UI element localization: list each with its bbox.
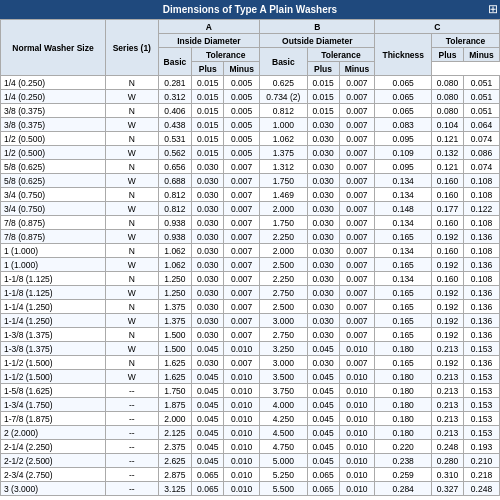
outside-basic-header: Basic <box>260 48 307 76</box>
cell-value: 0.074 <box>463 160 499 174</box>
cell-value: 0.030 <box>307 216 339 230</box>
cell-value: 0.030 <box>192 272 224 286</box>
cell-value: 0.045 <box>192 440 224 454</box>
cell-value: 0.030 <box>192 286 224 300</box>
table-row: 1/4 (0.250)N0.2810.0150.0050.6250.0150.0… <box>1 76 500 90</box>
table-row: 2-1/2 (2.500)--2.6250.0450.0105.0000.045… <box>1 454 500 468</box>
cell-value: 1.750 <box>158 384 192 398</box>
cell-value: 0.045 <box>307 440 339 454</box>
cell-value: 0.007 <box>224 160 260 174</box>
cell-value: 0.030 <box>307 244 339 258</box>
table-row: 1-3/8 (1.375)W1.5000.0450.0103.2500.0450… <box>1 342 500 356</box>
cell-value: 2.000 <box>158 412 192 426</box>
cell-washer-size: 5/8 (0.625) <box>1 160 106 174</box>
cell-value: 0.153 <box>463 342 499 356</box>
cell-value: 1.375 <box>260 146 307 160</box>
cell-value: 0.327 <box>432 482 464 496</box>
table-row: 1-3/8 (1.375)N1.5000.0300.0072.7500.0300… <box>1 328 500 342</box>
outside-minus-header: Minus <box>339 62 375 76</box>
cell-series: W <box>106 118 159 132</box>
cell-series: W <box>106 342 159 356</box>
cell-value: 0.007 <box>339 230 375 244</box>
cell-value: 3.125 <box>158 482 192 496</box>
cell-value: 0.007 <box>224 230 260 244</box>
table-row: 3/8 (0.375)N0.4060.0150.0050.8120.0150.0… <box>1 104 500 118</box>
cell-value: 0.015 <box>192 90 224 104</box>
cell-value: 0.010 <box>339 482 375 496</box>
cell-series: W <box>106 90 159 104</box>
page-title: Dimensions of Type A Plain Washers <box>0 0 500 19</box>
cell-value: 0.030 <box>307 146 339 160</box>
cell-value: 0.007 <box>339 216 375 230</box>
cell-value: 0.007 <box>224 202 260 216</box>
table-row: 1-1/4 (1.250)W1.3750.0300.0073.0000.0300… <box>1 314 500 328</box>
cell-value: 2.875 <box>158 468 192 482</box>
cell-value: 0.015 <box>192 76 224 90</box>
cell-value: 0.531 <box>158 132 192 146</box>
cell-value: 0.030 <box>307 188 339 202</box>
inside-plus-header: Plus <box>192 62 224 76</box>
cell-washer-size: 5/8 (0.625) <box>1 174 106 188</box>
cell-washer-size: 1-1/4 (1.250) <box>1 314 106 328</box>
cell-value: 0.030 <box>307 314 339 328</box>
cell-value: 1.500 <box>158 328 192 342</box>
cell-series: -- <box>106 426 159 440</box>
table-row: 1-1/8 (1.125)N1.2500.0300.0072.2500.0300… <box>1 272 500 286</box>
cell-value: 0.160 <box>432 174 464 188</box>
cell-series: N <box>106 272 159 286</box>
cell-value: 0.030 <box>192 230 224 244</box>
thickness-minus-header: Minus <box>463 48 499 62</box>
cell-value: 0.065 <box>192 468 224 482</box>
cell-value: 0.010 <box>224 468 260 482</box>
cell-value: 0.165 <box>375 356 432 370</box>
cell-value: 0.213 <box>432 384 464 398</box>
cell-value: 0.007 <box>339 258 375 272</box>
expand-icon[interactable]: ⊞ <box>488 2 498 16</box>
cell-value: 0.007 <box>339 146 375 160</box>
cell-value: 0.010 <box>224 398 260 412</box>
cell-series: N <box>106 160 159 174</box>
cell-series: N <box>106 300 159 314</box>
cell-value: 1.312 <box>260 160 307 174</box>
cell-value: 0.030 <box>307 160 339 174</box>
cell-value: 5.250 <box>260 468 307 482</box>
cell-value: 0.406 <box>158 104 192 118</box>
cell-value: 0.104 <box>432 118 464 132</box>
cell-value: 2.250 <box>260 230 307 244</box>
cell-value: 0.007 <box>339 272 375 286</box>
cell-washer-size: 2-3/4 (2.750) <box>1 468 106 482</box>
cell-washer-size: 1-3/4 (1.750) <box>1 398 106 412</box>
table-row: 1/2 (0.500)N0.5310.0150.0051.0620.0300.0… <box>1 132 500 146</box>
cell-value: 0.007 <box>224 188 260 202</box>
cell-series: W <box>106 202 159 216</box>
cell-value: 2.000 <box>260 244 307 258</box>
cell-value: 0.007 <box>339 76 375 90</box>
cell-washer-size: 3 (3.000) <box>1 482 106 496</box>
cell-series: W <box>106 174 159 188</box>
cell-value: 0.259 <box>375 468 432 482</box>
cell-value: 0.007 <box>224 314 260 328</box>
outside-diameter-header: Outside Diameter <box>260 34 375 48</box>
table-row: 1-3/4 (1.750)--1.8750.0450.0104.0000.045… <box>1 398 500 412</box>
cell-value: 0.015 <box>307 76 339 90</box>
cell-series: N <box>106 356 159 370</box>
table-row: 3/4 (0.750)N0.8120.0300.0071.4690.0300.0… <box>1 188 500 202</box>
cell-value: 2.000 <box>260 202 307 216</box>
table-row: 7/8 (0.875)W0.9380.0300.0072.2500.0300.0… <box>1 230 500 244</box>
cell-value: 0.165 <box>375 328 432 342</box>
cell-washer-size: 1-1/4 (1.250) <box>1 300 106 314</box>
cell-value: 0.065 <box>375 104 432 118</box>
cell-value: 0.080 <box>432 104 464 118</box>
cell-washer-size: 1-3/8 (1.375) <box>1 342 106 356</box>
table-row: 1-1/2 (1.500)N1.6250.0300.0073.0000.0300… <box>1 356 500 370</box>
cell-value: 0.015 <box>192 132 224 146</box>
cell-value: 0.007 <box>339 286 375 300</box>
cell-value: 0.136 <box>463 314 499 328</box>
cell-washer-size: 2-1/4 (2.250) <box>1 440 106 454</box>
cell-series: -- <box>106 440 159 454</box>
cell-value: 0.045 <box>192 384 224 398</box>
cell-value: 0.812 <box>158 188 192 202</box>
cell-value: 0.010 <box>339 398 375 412</box>
inside-basic-header: Basic <box>158 48 192 76</box>
cell-value: 0.015 <box>192 104 224 118</box>
